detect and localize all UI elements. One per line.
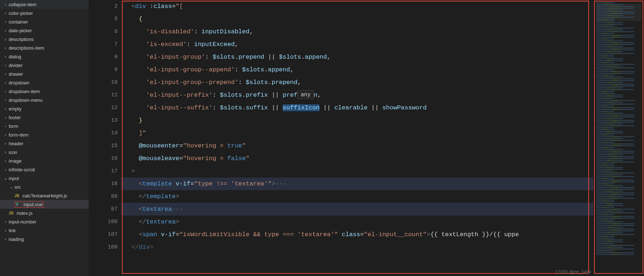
line-number[interactable]: 5 <box>89 13 118 25</box>
line-number[interactable]: 13 <box>89 114 118 127</box>
chevron-icon: › <box>3 72 8 76</box>
chevron-icon: › <box>3 106 8 111</box>
folder-item[interactable]: ›form-item <box>0 130 89 139</box>
folder-item[interactable]: ›date-picker <box>0 26 89 35</box>
line-number[interactable]: 7 <box>89 38 118 51</box>
file-item[interactable]: JScalcTextareaHeight.js <box>0 191 89 200</box>
chevron-icon: › <box>3 89 8 93</box>
tree-item-label: drawer <box>9 71 23 77</box>
folder-item[interactable]: ›form <box>0 122 89 130</box>
chevron-icon: › <box>3 80 8 85</box>
tree-item-label: icon <box>9 150 17 155</box>
line-number[interactable]: 16 <box>89 152 118 165</box>
code-area[interactable]: <div :class="[ { 'is-disabled': inputDis… <box>121 0 593 276</box>
folder-item[interactable]: ›input-number <box>0 217 89 226</box>
folder-item[interactable]: ›descriptions <box>0 35 89 43</box>
code-line[interactable]: 'el-input-group--prepend': $slots.prepen… <box>121 76 593 89</box>
line-number[interactable]: 10 <box>89 76 118 89</box>
code-line[interactable]: </textarea> <box>121 216 593 228</box>
folder-item[interactable]: ›collapse-item <box>0 0 89 9</box>
folder-item[interactable]: ›divider <box>0 61 89 70</box>
tree-item-label: descriptions <box>9 37 34 42</box>
line-number[interactable]: 107 <box>89 228 118 241</box>
line-number[interactable]: 12 <box>89 101 118 114</box>
folder-item[interactable]: ›dialog <box>0 52 89 61</box>
folder-item[interactable]: ›loading <box>0 235 89 243</box>
chevron-icon: › <box>3 2 8 7</box>
folder-item[interactable]: ›icon <box>0 148 89 156</box>
code-line[interactable]: 'is-disabled': inputDisabled, <box>121 25 593 38</box>
tree-item-label: src <box>14 184 21 190</box>
file-item[interactable]: JSindex.js <box>0 209 89 217</box>
folder-item[interactable]: ›infinite-scroll <box>0 165 89 174</box>
code-line[interactable]: } <box>121 114 593 127</box>
code-line[interactable]: <textarea··· <box>121 203 593 216</box>
folder-item[interactable]: ›dropdown <box>0 78 89 87</box>
chevron-icon: › <box>3 141 8 146</box>
folder-item[interactable]: ›dropdown-menu <box>0 96 89 104</box>
folder-item[interactable]: ›dropdown-item <box>0 87 89 96</box>
file-item[interactable]: Vinput.vue <box>0 200 89 209</box>
file-type-icon: JS <box>9 211 15 215</box>
folder-item[interactable]: ⌄src <box>0 183 89 191</box>
code-line[interactable]: 'el-input-group--append': $slots.append, <box>121 63 593 76</box>
tree-item-label: header <box>9 141 23 146</box>
tree-item-label: image <box>9 158 21 164</box>
line-number-gutter[interactable]: 256789101112131415161718›8687›106107108 <box>89 0 121 276</box>
chevron-icon: › <box>3 133 8 137</box>
code-line[interactable]: 'el-input--prefix': $slots.prefix || pre… <box>121 89 593 101</box>
folder-item[interactable]: ›header <box>0 139 89 148</box>
code-line[interactable]: </template> <box>121 190 593 203</box>
tree-item-label: footer <box>9 115 21 120</box>
tree-item-label: date-picker <box>9 28 32 33</box>
folder-item[interactable]: ›container <box>0 17 89 26</box>
minimap[interactable] <box>593 0 644 276</box>
line-number[interactable]: 87› <box>89 203 118 216</box>
chevron-icon: › <box>3 98 8 102</box>
minimap-content <box>596 2 641 272</box>
code-line[interactable]: <template v-if="type !== 'textarea'">··· <box>121 177 593 190</box>
code-line[interactable]: ]" <box>121 127 593 139</box>
line-number[interactable]: 14 <box>89 127 118 139</box>
chevron-icon: › <box>3 63 8 67</box>
tree-item-label: input.vue <box>24 202 43 207</box>
type-hint-tooltip: any <box>297 90 314 99</box>
file-type-icon: V <box>16 202 22 207</box>
code-line[interactable]: <span v-if="isWordLimitVisible && type =… <box>121 228 593 241</box>
code-line[interactable]: @mouseleave="hovering = false" <box>121 152 593 165</box>
folder-item[interactable]: ›image <box>0 156 89 165</box>
code-line[interactable]: { <box>121 13 593 25</box>
line-number[interactable]: 8 <box>89 51 118 63</box>
folder-item[interactable]: ›descriptions-item <box>0 43 89 52</box>
file-explorer-sidebar[interactable]: ›collapse-item›color-picker›container›da… <box>0 0 89 276</box>
code-line[interactable]: > <box>121 165 593 177</box>
chevron-icon: › <box>3 54 8 59</box>
line-number[interactable]: 9 <box>89 63 118 76</box>
code-line[interactable]: </div> <box>121 241 593 254</box>
line-number[interactable]: 86 <box>89 190 118 203</box>
tree-item-label: calcTextareaHeight.js <box>22 193 67 198</box>
editor-area: 256789101112131415161718›8687›106107108 … <box>89 0 644 276</box>
code-line[interactable]: @mouseenter="hovering = true" <box>121 139 593 152</box>
code-line[interactable]: 'el-input-group': $slots.prepend || $slo… <box>121 51 593 63</box>
folder-item[interactable]: ›color-picker <box>0 9 89 17</box>
line-number[interactable]: 18› <box>89 177 118 190</box>
code-line[interactable]: 'el-input--suffix': $slots.suffix || suf… <box>121 101 593 114</box>
tree-item-label: descriptions-item <box>9 45 44 51</box>
folder-item[interactable]: ›drawer <box>0 70 89 78</box>
line-number[interactable]: 17 <box>89 165 118 177</box>
code-line[interactable]: 'is-exceed': inputExceed, <box>121 38 593 51</box>
line-number[interactable]: 15 <box>89 139 118 152</box>
line-number[interactable]: 106 <box>89 216 118 228</box>
folder-item[interactable]: ⌄input <box>0 174 89 183</box>
folder-item[interactable]: ›footer <box>0 113 89 122</box>
tree-item-label: input <box>9 176 19 181</box>
code-line[interactable]: <div :class="[ <box>121 0 593 13</box>
line-number[interactable]: 6 <box>89 25 118 38</box>
line-number[interactable]: 2 <box>89 0 118 13</box>
tree-item-label: color-picker <box>9 11 33 16</box>
folder-item[interactable]: ›link <box>0 226 89 235</box>
line-number[interactable]: 11 <box>89 89 118 101</box>
folder-item[interactable]: ›empty <box>0 104 89 113</box>
line-number[interactable]: 108 <box>89 241 118 254</box>
